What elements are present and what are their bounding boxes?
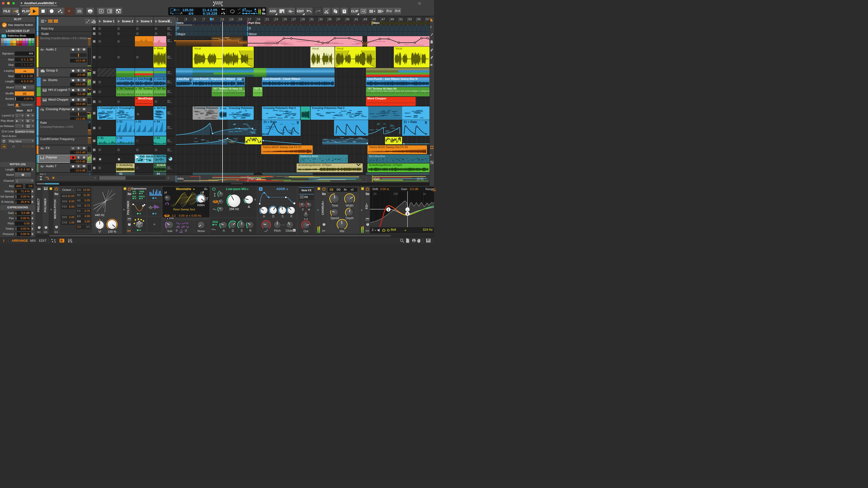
svg-text:w: w bbox=[61, 11, 63, 13]
svg-text:%: % bbox=[27, 120, 29, 122]
